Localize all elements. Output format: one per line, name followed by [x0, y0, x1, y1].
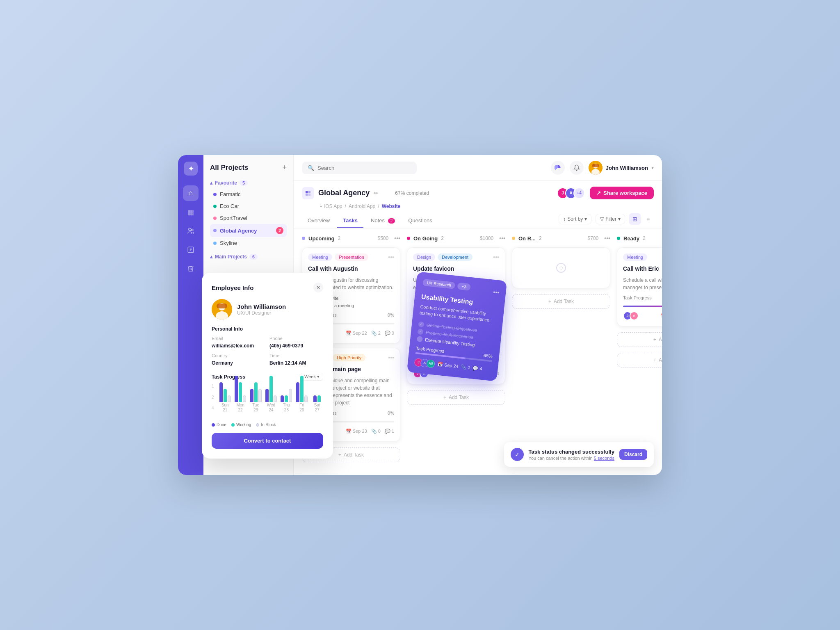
avatar-stack: J A +4 — [557, 187, 585, 199]
top-bar-icons: John Williamson ▾ — [551, 161, 654, 175]
tab-questions[interactable]: Questions — [402, 214, 438, 228]
onreview-more-button[interactable]: ••• — [604, 235, 610, 242]
upcoming-more-button[interactable]: ••• — [394, 235, 400, 242]
sidebar-item-globalagency[interactable]: Global Agency 2 — [210, 224, 287, 237]
farmatic-dot — [213, 193, 217, 196]
popup-user-role: UX/UI Designer — [237, 310, 286, 316]
globalagency-dot — [213, 229, 217, 232]
chart-wrapper: 4 2 1 Sun21 — [212, 384, 323, 421]
phone-info: Phone (405) 469-0379 — [269, 336, 323, 349]
plus-icon: + — [338, 452, 341, 458]
popup-header: Employee Info ✕ — [212, 283, 323, 292]
column-ready-header: Ready 2 $850 ••• — [617, 235, 662, 242]
filter-chevron-icon: ▾ — [618, 216, 621, 222]
sidebar-item-skyline[interactable]: Skyline — [210, 237, 287, 249]
popup-info-grid: Email williams@lex.com Phone (405) 469-0… — [212, 336, 323, 366]
column-upcoming-header: Upcoming 2 $500 ••• — [302, 235, 400, 242]
share-workspace-button[interactable]: ↗ Share workspace — [590, 187, 654, 199]
avatar-more: +4 — [573, 187, 585, 199]
progress-label: 67% completed — [395, 190, 429, 196]
project-tabs: Overview Tasks Notes 2 Questions — [302, 214, 438, 228]
popup-close-button[interactable]: ✕ — [313, 283, 323, 292]
project-name-area: Global Agency ✏ 67% completed — [302, 187, 429, 199]
nav-calendar[interactable]: ▦ — [183, 204, 199, 220]
project-info-row: Global Agency ✏ 67% completed J A +4 — [302, 187, 654, 199]
nav-users[interactable] — [183, 223, 199, 239]
empty-placeholder: ○ — [512, 247, 610, 288]
tab-controls: ↕ Sort by ▾ ▽ Filter ▾ ⊞ ≡ — [559, 213, 654, 228]
project-edit-icon[interactable]: ✏ — [374, 190, 379, 196]
task-avatars: J A — [623, 311, 639, 320]
filter-button[interactable]: ▽ Filter ▾ — [596, 214, 625, 224]
ready-dot — [617, 237, 620, 240]
user-profile[interactable]: John Williamson ▾ — [589, 161, 654, 175]
svg-point-0 — [189, 228, 191, 231]
chart-col-fri: Fri26 — [296, 376, 308, 413]
list-view-button[interactable]: ≡ — [642, 213, 654, 225]
search-icon: 🔍 — [308, 165, 314, 171]
tab-notes[interactable]: Notes 2 — [365, 214, 401, 228]
plus-icon: + — [653, 357, 656, 363]
ecocar-dot — [213, 205, 217, 208]
task-card-eric: Meeting ••• Call with Eric Schedule a ca… — [617, 247, 662, 326]
nav-tasks[interactable] — [183, 242, 199, 258]
ongoing-more-button[interactable]: ••• — [499, 235, 505, 242]
toast-content: Task status changed successfully You can… — [529, 449, 614, 461]
add-project-button[interactable]: + — [282, 163, 287, 172]
popup-user-name: John Williamson — [237, 303, 286, 310]
search-box[interactable]: 🔍 — [302, 162, 417, 174]
plus-icon: + — [548, 299, 551, 304]
popup-user: John Williamson UX/UI Designer — [212, 299, 323, 320]
sidebar-item-ecocar[interactable]: Eco Car — [210, 200, 287, 212]
onreview-dot — [512, 237, 515, 240]
tab-tasks[interactable]: Tasks — [337, 214, 363, 228]
svg-point-1 — [192, 229, 194, 231]
project-header: Global Agency ✏ 67% completed J A +4 — [294, 181, 662, 228]
task-progress-bar — [623, 306, 662, 307]
task-footer: J A 📅 Sep 19 📎 2 💬 2 — [623, 311, 662, 320]
convert-to-contact-button[interactable]: Convert to contact — [212, 433, 323, 449]
tabs-row: Overview Tasks Notes 2 Questions ↕ Sort … — [302, 213, 654, 228]
svg-rect-10 — [592, 164, 599, 167]
main-projects-header[interactable]: ▴ Main Projects 6 — [210, 254, 287, 260]
sidebar-item-farmatic[interactable]: Farmatic — [210, 188, 287, 200]
add-task-ready-2[interactable]: + Add Task — [617, 353, 662, 368]
notifications-button[interactable] — [570, 161, 584, 175]
grid-view-button[interactable]: ⊞ — [629, 213, 641, 225]
favourites-header[interactable]: ▴ Favourite 5 — [210, 180, 287, 186]
chart-col-sat: Sat27 — [311, 376, 323, 413]
chart-col-wed: Wed24 — [265, 376, 277, 413]
sidebar-item-sporttravel[interactable]: SportTravel — [210, 212, 287, 224]
toast-notification: ✓ Task status changed successfully You c… — [504, 442, 654, 467]
sidebar-title: All Projects — [210, 164, 249, 172]
column-on-review-header: On R... 2 $700 ••• — [512, 235, 610, 242]
add-task-ongoing[interactable]: + Add Task — [407, 390, 505, 405]
task-tags: Meeting Presentation — [308, 253, 368, 261]
svg-rect-11 — [306, 191, 308, 193]
top-bar: 🔍 — [294, 155, 662, 181]
card-more-button[interactable]: ••• — [388, 354, 394, 361]
card-more-button[interactable]: ••• — [388, 254, 394, 260]
toast-cancel-link[interactable]: 5 seconds — [594, 456, 614, 461]
pie-chart-button[interactable] — [551, 161, 565, 175]
chart-area: Sun21 Mon22 — [212, 384, 323, 421]
add-task-ready[interactable]: + Add Task — [617, 332, 662, 347]
svg-rect-14 — [308, 193, 310, 195]
discard-button[interactable]: Discard — [619, 449, 647, 460]
toast-subtitle: You can cancel the action within 5 secon… — [529, 456, 614, 461]
favourites-section: ▴ Favourite 5 Farmatic Eco Car SportTrav… — [210, 180, 287, 249]
toast-icon: ✓ — [511, 448, 524, 461]
usability-more-button[interactable]: ••• — [493, 288, 500, 295]
card-more-button[interactable]: ••• — [493, 254, 499, 260]
task-tags: Design Development — [413, 253, 472, 261]
column-on-review: On R... 2 $700 ••• ○ + Add Task — [512, 235, 610, 468]
sort-button[interactable]: ↕ Sort by ▾ — [559, 214, 591, 224]
email-info: Email williams@lex.com — [212, 336, 265, 349]
nav-home[interactable]: ⌂ — [183, 185, 199, 201]
main-projects-section: ▴ Main Projects 6 — [210, 254, 287, 260]
nav-trash[interactable] — [183, 261, 199, 276]
add-task-onreview[interactable]: + Add Task — [512, 294, 610, 309]
search-input[interactable] — [317, 165, 411, 171]
sporttravel-dot — [213, 217, 217, 220]
tab-overview[interactable]: Overview — [302, 214, 336, 228]
